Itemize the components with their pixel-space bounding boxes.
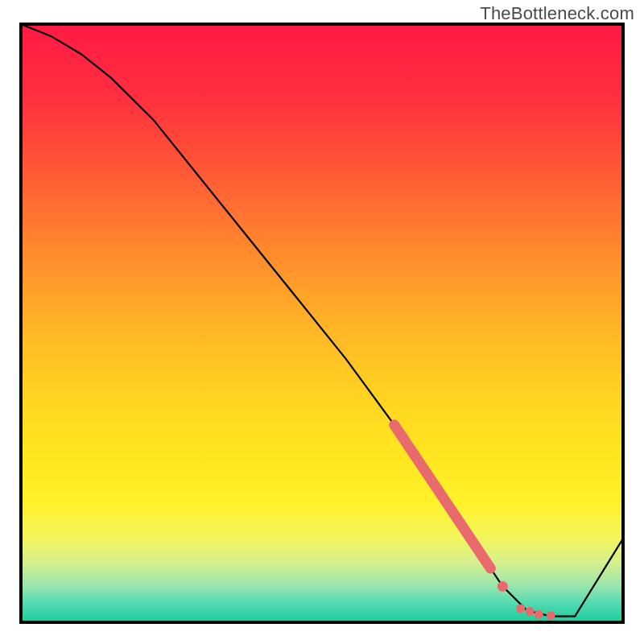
plot-background xyxy=(21,24,623,622)
highlight-dot xyxy=(535,610,543,619)
highlight-dot xyxy=(526,607,535,616)
bottleneck-chart xyxy=(0,0,644,644)
highlight-dot xyxy=(547,611,555,620)
highlight-dot xyxy=(497,581,508,592)
chart-container: TheBottleneck.com xyxy=(0,0,644,644)
highlight-dot xyxy=(516,604,525,613)
